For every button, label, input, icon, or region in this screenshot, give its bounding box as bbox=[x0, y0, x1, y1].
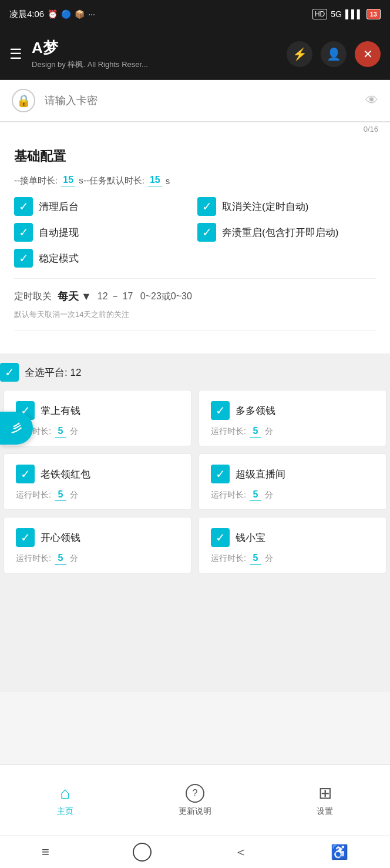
timing-range: 12 － 17 0~23或0~30 bbox=[98, 291, 192, 303]
dropdown-arrow-icon: ▼ bbox=[81, 291, 92, 303]
nav-item-settings[interactable]: ⊞ 设置 bbox=[260, 783, 390, 817]
cb-platform-4[interactable]: ✓ bbox=[16, 528, 35, 547]
bottom-nav: ⌂ 主页 ? 更新说明 ⊞ 设置 bbox=[0, 764, 390, 835]
runtime-value-0[interactable]: 5 bbox=[55, 426, 66, 438]
checkbox-stable-mode[interactable]: ✓ 稳定模式 bbox=[14, 249, 376, 268]
app-subtitle: Design by 梓枫. All Rights Reser... bbox=[32, 59, 148, 70]
eye-toggle-icon[interactable]: 👁 bbox=[365, 93, 378, 108]
checkbox-auto-withdraw[interactable]: ✓ 自动提现 bbox=[14, 223, 193, 242]
status-right: HD 5G ▌▌▌ 13 bbox=[312, 9, 381, 19]
runtime-value-2[interactable]: 5 bbox=[55, 489, 66, 501]
runtime-unit-5: 分 bbox=[265, 553, 273, 564]
cb-select-all[interactable]: ✓ bbox=[0, 363, 19, 382]
section-title: 基础配置 bbox=[14, 148, 376, 165]
lock-icon: 🔒 bbox=[16, 94, 31, 108]
order-time-unit: s--任务默认时长: bbox=[79, 175, 144, 186]
runtime-label-1: 运行时长: bbox=[211, 426, 246, 437]
main-content: 基础配置 --接单时长: 15 s--任务默认时长: 15 s ✓ 清理后台 ✓… bbox=[0, 136, 390, 353]
cb-auto-withdraw[interactable]: ✓ bbox=[14, 223, 33, 242]
nav-item-home[interactable]: ⌂ 主页 bbox=[0, 784, 130, 817]
platform-name-2: 老铁领红包 bbox=[41, 468, 90, 481]
timing-dash: － bbox=[110, 291, 120, 301]
timing-dropdown[interactable]: 每天 ▼ bbox=[58, 289, 92, 303]
divider-2 bbox=[14, 330, 376, 331]
runtime-value-3[interactable]: 5 bbox=[250, 489, 261, 501]
system-nav: ≡ ＜ ♿ bbox=[0, 835, 390, 868]
platform-runtime-4: 运行时长: 5 分 bbox=[16, 553, 179, 565]
accessibility-icon[interactable]: ♿ bbox=[331, 844, 348, 860]
runtime-label-5: 运行时长: bbox=[211, 553, 246, 564]
timing-row: 定时取关 每天 ▼ 12 － 17 0~23或0~30 bbox=[14, 289, 376, 303]
cb-platform-2[interactable]: ✓ bbox=[16, 465, 35, 483]
checkbox-grid: ✓ 清理后台 ✓ 取消关注(定时自动) ✓ 自动提现 ✓ 奔溃重启(包含打开即启… bbox=[14, 197, 376, 268]
float-icon: 彡 bbox=[11, 421, 22, 435]
platform-item-4: ✓ 开心领钱 运行时长: 5 分 bbox=[4, 517, 191, 573]
platform-runtime-1: 运行时长: 5 分 bbox=[211, 426, 374, 438]
cb-platform-1[interactable]: ✓ bbox=[211, 401, 230, 420]
runtime-unit-1: 分 bbox=[265, 426, 273, 437]
lock-icon-wrap: 🔒 bbox=[12, 89, 35, 112]
cb-stable-mode[interactable]: ✓ bbox=[14, 249, 33, 268]
system-menu-icon[interactable]: ≡ bbox=[42, 844, 49, 860]
user-button[interactable]: 👤 bbox=[321, 41, 347, 67]
timing-range1: 12 bbox=[98, 291, 108, 301]
checkbox-clear-bg[interactable]: ✓ 清理后台 bbox=[14, 197, 193, 216]
close-icon: ✕ bbox=[363, 47, 373, 61]
cb-platform-3[interactable]: ✓ bbox=[211, 465, 230, 483]
checkbox-cancel-follow[interactable]: ✓ 取消关注(定时自动) bbox=[197, 197, 376, 216]
cb-crash-restart[interactable]: ✓ bbox=[197, 223, 216, 242]
update-icon: ? bbox=[186, 784, 204, 803]
runtime-unit-0: 分 bbox=[70, 426, 78, 437]
platform-header-4: ✓ 开心领钱 bbox=[16, 528, 179, 547]
notification-button[interactable]: ⚡ bbox=[287, 41, 312, 67]
close-button[interactable]: ✕ bbox=[355, 41, 381, 67]
divider-1 bbox=[14, 278, 376, 279]
order-time-value[interactable]: 15 bbox=[61, 175, 75, 186]
system-home-icon[interactable] bbox=[133, 843, 152, 862]
platform-count-label: 全选平台: 12 bbox=[25, 366, 81, 379]
platform-runtime-5: 运行时长: 5 分 bbox=[211, 553, 374, 565]
cb-clear-bg[interactable]: ✓ bbox=[14, 197, 33, 216]
select-all-row: ✓ 全选平台: 12 bbox=[0, 363, 390, 382]
platform-name-3: 超级直播间 bbox=[236, 468, 285, 481]
runtime-unit-4: 分 bbox=[70, 553, 78, 564]
signal-bars: ▌▌▌ bbox=[345, 9, 363, 19]
task-time-value[interactable]: 15 bbox=[148, 175, 162, 186]
platform-name-0: 掌上有钱 bbox=[41, 404, 80, 418]
platform-header-1: ✓ 多多领钱 bbox=[211, 401, 374, 420]
nav-item-update[interactable]: ? 更新说明 bbox=[130, 784, 260, 817]
platform-header-2: ✓ 老铁领红包 bbox=[16, 465, 179, 483]
battery-icon: 13 bbox=[367, 9, 381, 19]
platform-runtime-3: 运行时长: 5 分 bbox=[211, 489, 374, 501]
status-left: 凌晨4:06 ⏰ 🔵 📦 ··· bbox=[9, 9, 95, 20]
platform-header-0: ✓ 掌上有钱 bbox=[16, 401, 179, 420]
checkbox-crash-restart[interactable]: ✓ 奔溃重启(包含打开即启动) bbox=[197, 223, 376, 242]
runtime-value-5[interactable]: 5 bbox=[250, 553, 261, 565]
status-bar: 凌晨4:06 ⏰ 🔵 📦 ··· HD 5G ▌▌▌ 13 bbox=[0, 0, 390, 28]
platform-item-2: ✓ 老铁领红包 运行时长: 5 分 bbox=[4, 453, 191, 510]
password-input[interactable] bbox=[45, 95, 356, 107]
platform-name-5: 钱小宝 bbox=[236, 531, 265, 545]
platform-header-5: ✓ 钱小宝 bbox=[211, 528, 374, 547]
platform-grid: ✓ 掌上有钱 运行时长: 5 分 ✓ 多多领钱 运行时长: 5 分 bbox=[0, 386, 390, 577]
platform-item-1: ✓ 多多领钱 运行时长: 5 分 bbox=[199, 390, 386, 446]
hamburger-menu-icon[interactable]: ☰ bbox=[9, 46, 22, 62]
runtime-label-3: 运行时长: bbox=[211, 490, 246, 500]
more-icon: ··· bbox=[88, 9, 95, 19]
runtime-value-4[interactable]: 5 bbox=[55, 553, 66, 565]
cb-label-clear-bg: 清理后台 bbox=[39, 200, 79, 213]
home-icon: ⌂ bbox=[60, 784, 70, 803]
cb-cancel-follow[interactable]: ✓ bbox=[197, 197, 216, 216]
password-row: 🔒 👁 bbox=[0, 80, 390, 122]
system-back-icon[interactable]: ＜ bbox=[234, 843, 247, 861]
timing-label: 定时取关 bbox=[14, 291, 52, 303]
float-button[interactable]: 彡 bbox=[0, 412, 33, 445]
title-bar-left: ☰ A梦 Design by 梓枫. All Rights Reser... bbox=[9, 38, 275, 70]
cb-label-stable-mode: 稳定模式 bbox=[39, 252, 79, 265]
platform-runtime-0: 运行时长: 5 分 bbox=[16, 426, 179, 438]
runtime-label-4: 运行时长: bbox=[16, 553, 51, 564]
nav-label-settings: 设置 bbox=[317, 806, 333, 817]
cb-platform-5[interactable]: ✓ bbox=[211, 528, 230, 547]
nav-label-update: 更新说明 bbox=[179, 806, 211, 817]
runtime-value-1[interactable]: 5 bbox=[250, 426, 261, 438]
